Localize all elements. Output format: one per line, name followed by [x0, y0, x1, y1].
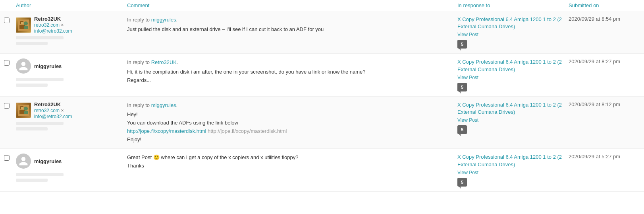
- row-3-blur-bar-1: [16, 122, 64, 125]
- row-2-submitted: 2020/09/29 at 8:27 pm: [569, 58, 640, 64]
- row-3-comment-link-line: http://jope.fi/xcopy/masterdisk.html htt…: [127, 127, 449, 136]
- row-3-reply-link[interactable]: miggyrules: [151, 102, 176, 108]
- row-4-blur-bar-1: [16, 173, 64, 176]
- row-4-checkbox-cell: [4, 154, 16, 161]
- svg-rect-8: [19, 110, 25, 114]
- row-3-in-reply-to: In reply to miggyrules.: [127, 101, 449, 109]
- row-2-response-title[interactable]: X Copy Professional 6.4 Amiga 1200 1 to …: [457, 58, 565, 73]
- row-4-submitted: 2020/09/29 at 5:27 pm: [569, 154, 640, 160]
- row-2-blur-bar-2: [16, 84, 48, 87]
- row-3-avatar: [16, 103, 31, 118]
- svg-rect-9: [21, 107, 23, 109]
- svg-rect-2: [19, 25, 25, 29]
- row-1-response-title[interactable]: X Copy Professional 6.4 Amiga 1200 1 to …: [457, 16, 565, 30]
- row-1-view-post-link[interactable]: View Post: [457, 32, 565, 37]
- row-4-avatar: [16, 154, 31, 169]
- row-4-response-title[interactable]: X Copy Professional 6.4 Amiga 1200 1 to …: [457, 154, 565, 168]
- row-1-author-cell: Retro32UK retro32.com × info@retro32.com: [16, 16, 127, 45]
- header-in-response-to: In response to: [457, 2, 569, 8]
- row-3-comment-text-3: Enjoy!: [127, 136, 449, 144]
- row-3-view-post-link[interactable]: View Post: [457, 117, 565, 123]
- row-3-checkbox-cell: [4, 101, 16, 109]
- comments-table: Author Comment In response to Submitted …: [0, 0, 644, 214]
- row-3-comment-badge: 5: [457, 125, 467, 134]
- row-2-comment-cell: In reply to Retro32UK. Hi, it is the com…: [127, 58, 457, 84]
- row-1-checkbox[interactable]: [4, 18, 10, 23]
- row-3-blur-bar-2: [16, 127, 48, 130]
- svg-point-4: [24, 21, 28, 25]
- row-1-comment-cell: In reply to miggyrules. Just pulled the …: [127, 16, 457, 33]
- row-4-author-cell: miggyrules: [16, 154, 127, 182]
- row-2-avatar: [16, 58, 31, 74]
- header-submitted-on: Submitted on: [569, 2, 640, 8]
- row-4-comment-badge: 5: [457, 178, 467, 187]
- row-1-author-site: retro32.com ×: [34, 22, 72, 28]
- row-2-checkbox[interactable]: [4, 60, 10, 66]
- row-4-blur-bar-2: [16, 179, 48, 182]
- row-3-comment-text-2: You can download the ADFs using the link…: [127, 119, 449, 127]
- row-1-author-email[interactable]: info@retro32.com: [34, 28, 72, 34]
- row-1-author-name: Retro32UK: [34, 16, 72, 22]
- row-1-checkbox-cell: [4, 16, 16, 23]
- row-1-author-info: Retro32UK retro32.com × info@retro32.com: [34, 16, 72, 34]
- row-4-view-post-link[interactable]: View Post: [457, 170, 565, 175]
- svg-rect-3: [21, 22, 23, 24]
- table-row: Retro32UK retro32.com × info@retro32.com…: [0, 11, 644, 54]
- row-2-author-info: miggyrules: [34, 63, 62, 69]
- table-header: Author Comment In response to Submitted …: [0, 0, 644, 11]
- row-3-checkbox[interactable]: [4, 103, 10, 109]
- header-comment: Comment: [127, 2, 457, 8]
- row-1-reply-link[interactable]: miggyrules: [151, 17, 176, 23]
- row-1-comment-badge: 5: [457, 40, 467, 49]
- row-2-response-cell: X Copy Professional 6.4 Amiga 1200 1 to …: [457, 58, 569, 91]
- table-row: miggyrules Great Post 🙂 where can i get …: [0, 149, 644, 191]
- row-3-author-cell: Retro32UK retro32.com × info@retro32.com: [16, 101, 127, 130]
- row-3-link-gray: http://jope.fi/xcopy/masterdisk.html: [208, 128, 287, 134]
- row-3-comment-text-1: Hey!: [127, 111, 449, 119]
- row-2-author-cell: miggyrules: [16, 58, 127, 87]
- row-1-author-site-link[interactable]: retro32.com: [34, 22, 60, 28]
- row-4-comment-text-2: Thanks: [127, 162, 449, 170]
- row-3-author-email[interactable]: info@retro32.com: [34, 114, 72, 119]
- row-1-submitted: 2020/09/29 at 8:54 pm: [569, 16, 640, 22]
- row-2-comment-badge: 5: [457, 83, 467, 91]
- row-1-avatar: [16, 18, 31, 33]
- row-2-comment-text-1: Hi, it is the compilation disk i am afte…: [127, 68, 449, 76]
- row-3-author-name: Retro32UK: [34, 101, 72, 107]
- row-1-blur-bar-2: [16, 42, 48, 45]
- row-4-comment-text-1: Great Post 🙂 where can i get a copy of t…: [127, 154, 449, 162]
- row-4-author-name: miggyrules: [34, 158, 62, 164]
- row-2-blur-bar-1: [16, 78, 64, 81]
- row-4-response-cell: X Copy Professional 6.4 Amiga 1200 1 to …: [457, 154, 569, 186]
- row-3-response-cell: X Copy Professional 6.4 Amiga 1200 1 to …: [457, 101, 569, 134]
- row-3-author-site-link[interactable]: retro32.com: [34, 108, 60, 113]
- row-3-comment-cell: In reply to miggyrules. Hey! You can dow…: [127, 101, 457, 144]
- row-3-response-title[interactable]: X Copy Professional 6.4 Amiga 1200 1 to …: [457, 101, 565, 116]
- row-2-checkbox-cell: [4, 58, 16, 66]
- row-4-comment-cell: Great Post 🙂 where can i get a copy of t…: [127, 154, 457, 170]
- svg-point-10: [24, 107, 28, 111]
- row-3-author-site: retro32.com ×: [34, 108, 72, 113]
- row-2-reply-link[interactable]: Retro32UK: [151, 59, 177, 65]
- table-row: miggyrules In reply to Retro32UK. Hi, it…: [0, 54, 644, 96]
- row-3-submitted: 2020/09/29 at 8:12 pm: [569, 101, 640, 107]
- row-3-adf-link[interactable]: http://jope.fi/xcopy/masterdisk.html: [127, 128, 206, 134]
- row-2-view-post-link[interactable]: View Post: [457, 75, 565, 80]
- row-2-in-reply-to: In reply to Retro32UK.: [127, 58, 449, 66]
- header-author[interactable]: Author: [16, 2, 127, 8]
- row-1-in-reply-to: In reply to miggyrules.: [127, 16, 449, 24]
- svg-rect-5: [24, 26, 28, 29]
- svg-rect-11: [24, 111, 28, 114]
- row-4-author-info: miggyrules: [34, 158, 62, 164]
- table-row: Retro32UK retro32.com × info@retro32.com…: [0, 97, 644, 149]
- row-1-blur-bar-1: [16, 36, 64, 39]
- row-4-checkbox[interactable]: [4, 155, 10, 161]
- row-2-author-name: miggyrules: [34, 63, 62, 69]
- row-3-author-info: Retro32UK retro32.com × info@retro32.com: [34, 101, 72, 119]
- row-1-comment-text: Just pulled the disk and an external dri…: [127, 25, 449, 34]
- row-1-response-cell: X Copy Professional 6.4 Amiga 1200 1 to …: [457, 16, 569, 49]
- row-2-comment-text-2: Regards...: [127, 76, 449, 85]
